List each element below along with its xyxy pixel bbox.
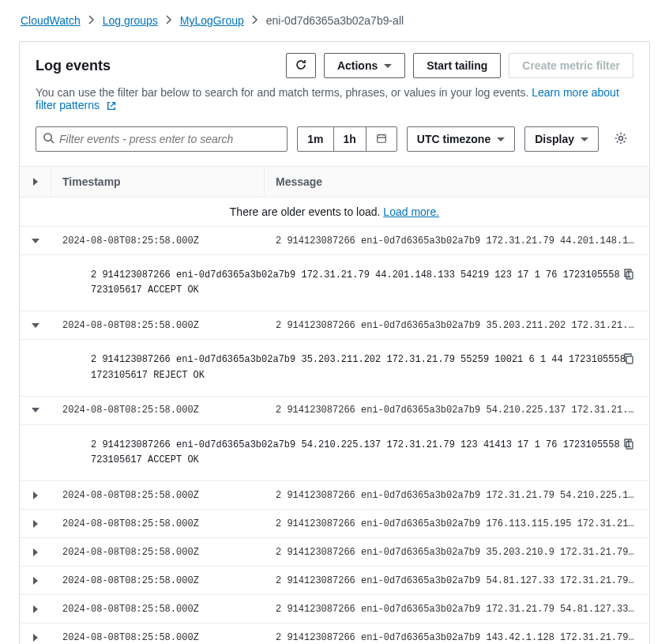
gear-icon — [614, 131, 628, 148]
event-message: 2 914123087266 eni-0d7d6365a3b02a7b9 35.… — [265, 547, 649, 558]
svg-rect-3 — [626, 272, 633, 279]
event-message: 2 914123087266 eni-0d7d6365a3b02a7b9 172… — [265, 490, 649, 501]
older-events-row: There are older events to load. Load mor… — [20, 198, 649, 227]
settings-button[interactable] — [608, 126, 633, 152]
event-timestamp: 2024-08-08T08:25:58.000Z — [51, 632, 265, 643]
filter-events-input[interactable] — [54, 133, 280, 145]
table-row[interactable]: 2024-08-08T08:25:58.000Z2 914123087266 e… — [20, 567, 649, 595]
breadcrumb-log-groups[interactable]: Log groups — [103, 14, 158, 27]
expand-toggle[interactable] — [20, 548, 51, 556]
event-timestamp: 2024-08-08T08:25:58.000Z — [51, 575, 265, 586]
expand-toggle[interactable] — [20, 491, 51, 499]
timezone-dropdown[interactable]: UTC timezone — [407, 126, 515, 152]
table-row[interactable]: 2024-08-08T08:25:58.000Z2 914123087266 e… — [20, 538, 649, 567]
breadcrumb-log-group-name[interactable]: MyLogGroup — [180, 14, 244, 27]
chevron-right-icon — [166, 14, 172, 27]
create-metric-filter-button: Create metric filter — [509, 53, 633, 78]
event-message: 2 914123087266 eni-0d7d6365a3b02a7b9 172… — [265, 604, 649, 615]
breadcrumb-cloudwatch[interactable]: CloudWatch — [21, 14, 81, 27]
range-1h[interactable]: 1h — [333, 127, 366, 151]
event-detail: 2 914123087266 eni-0d7d6365a3b02a7b9 172… — [20, 255, 649, 311]
chevron-right-icon — [33, 520, 38, 528]
col-message-header[interactable]: Message — [265, 175, 649, 188]
svg-point-2 — [619, 136, 623, 140]
event-message: 2 914123087266 eni-0d7d6365a3b02a7b9 143… — [265, 632, 649, 643]
chevron-down-icon — [32, 408, 39, 412]
caret-down-icon — [384, 64, 392, 68]
copy-button[interactable] — [622, 438, 635, 456]
event-timestamp: 2024-08-08T08:25:58.000Z — [51, 604, 265, 615]
expand-toggle[interactable] — [20, 634, 51, 642]
copy-button[interactable] — [622, 352, 635, 371]
table-row[interactable]: 2024-08-08T08:25:58.000Z2 914123087266 e… — [20, 311, 649, 340]
table-row[interactable]: 2024-08-08T08:25:58.000Z2 914123087266 e… — [20, 227, 649, 255]
caret-down-icon — [581, 137, 588, 141]
expand-toggle[interactable] — [20, 605, 51, 613]
display-dropdown[interactable]: Display — [524, 126, 599, 152]
col-timestamp-header[interactable]: Timestamp — [51, 167, 265, 197]
chevron-right-icon — [88, 14, 95, 27]
search-icon — [43, 132, 54, 146]
expand-toggle[interactable] — [20, 323, 51, 328]
svg-point-0 — [44, 134, 51, 141]
event-message: 2 914123087266 eni-0d7d6365a3b02a7b9 176… — [265, 518, 649, 529]
time-range-segment: 1m 1h — [297, 126, 397, 152]
copy-button[interactable] — [622, 268, 635, 286]
calendar-icon — [376, 133, 387, 146]
refresh-icon — [295, 58, 307, 73]
event-message: 2 914123087266 eni-0d7d6365a3b02a7b9 54.… — [265, 405, 649, 416]
expand-toggle[interactable] — [20, 239, 51, 243]
table-row[interactable]: 2024-08-08T08:25:58.000Z2 914123087266 e… — [20, 510, 649, 538]
event-detail: 2 914123087266 eni-0d7d6365a3b02a7b9 35.… — [20, 340, 649, 396]
table-row[interactable]: 2024-08-08T08:25:58.000Z2 914123087266 e… — [20, 397, 649, 425]
breadcrumb-current: eni-0d7d6365a3b02a7b9-all — [266, 14, 404, 27]
event-message: 2 914123087266 eni-0d7d6365a3b02a7b9 172… — [265, 235, 649, 247]
expand-all-icon — [33, 178, 38, 186]
external-link-icon — [106, 101, 117, 114]
refresh-button[interactable] — [286, 53, 316, 78]
panel-subtext: You can use the filter bar below to sear… — [20, 83, 649, 126]
load-more-link[interactable]: Load more. — [383, 205, 439, 218]
start-tailing-button[interactable]: Start tailing — [413, 53, 501, 78]
chevron-down-icon — [32, 239, 39, 243]
chevron-right-icon — [33, 605, 38, 613]
caret-down-icon — [497, 137, 505, 141]
chevron-right-icon — [33, 577, 38, 585]
actions-label: Actions — [337, 59, 378, 72]
event-timestamp: 2024-08-08T08:25:58.000Z — [51, 320, 265, 331]
event-timestamp: 2024-08-08T08:25:58.000Z — [51, 518, 265, 529]
col-expand[interactable] — [20, 167, 51, 197]
event-timestamp: 2024-08-08T08:25:58.000Z — [51, 490, 265, 501]
svg-rect-1 — [378, 134, 386, 142]
chevron-right-icon — [33, 491, 38, 499]
table-row[interactable]: 2024-08-08T08:25:58.000Z2 914123087266 e… — [20, 595, 649, 623]
range-1m[interactable]: 1m — [298, 127, 333, 151]
expand-toggle[interactable] — [20, 577, 51, 585]
event-detail: 2 914123087266 eni-0d7d6365a3b02a7b9 54.… — [20, 425, 649, 481]
expand-toggle[interactable] — [20, 408, 51, 412]
chevron-down-icon — [32, 323, 39, 328]
page-title: Log events — [36, 58, 111, 74]
table-header: Timestamp Message — [20, 166, 649, 198]
chevron-right-icon — [33, 548, 38, 556]
event-timestamp: 2024-08-08T08:25:58.000Z — [51, 405, 265, 416]
table-row[interactable]: 2024-08-08T08:25:58.000Z2 914123087266 e… — [20, 623, 649, 644]
svg-rect-5 — [626, 442, 633, 449]
chevron-right-icon — [33, 634, 38, 642]
range-custom[interactable] — [366, 127, 397, 151]
svg-rect-4 — [626, 356, 633, 363]
breadcrumb: CloudWatch Log groups MyLogGroup eni-0d7… — [0, 0, 669, 35]
event-message: 2 914123087266 eni-0d7d6365a3b02a7b9 35.… — [265, 320, 649, 331]
chevron-right-icon — [252, 14, 258, 27]
table-row[interactable]: 2024-08-08T08:25:58.000Z2 914123087266 e… — [20, 481, 649, 510]
expand-toggle[interactable] — [20, 520, 51, 528]
event-timestamp: 2024-08-08T08:25:58.000Z — [51, 235, 265, 247]
event-timestamp: 2024-08-08T08:25:58.000Z — [51, 547, 265, 558]
search-input-wrap[interactable] — [36, 126, 288, 152]
event-message: 2 914123087266 eni-0d7d6365a3b02a7b9 54.… — [265, 575, 649, 586]
log-events-panel: Log events Actions Start tailing Create … — [19, 41, 650, 644]
actions-button[interactable]: Actions — [324, 53, 405, 78]
